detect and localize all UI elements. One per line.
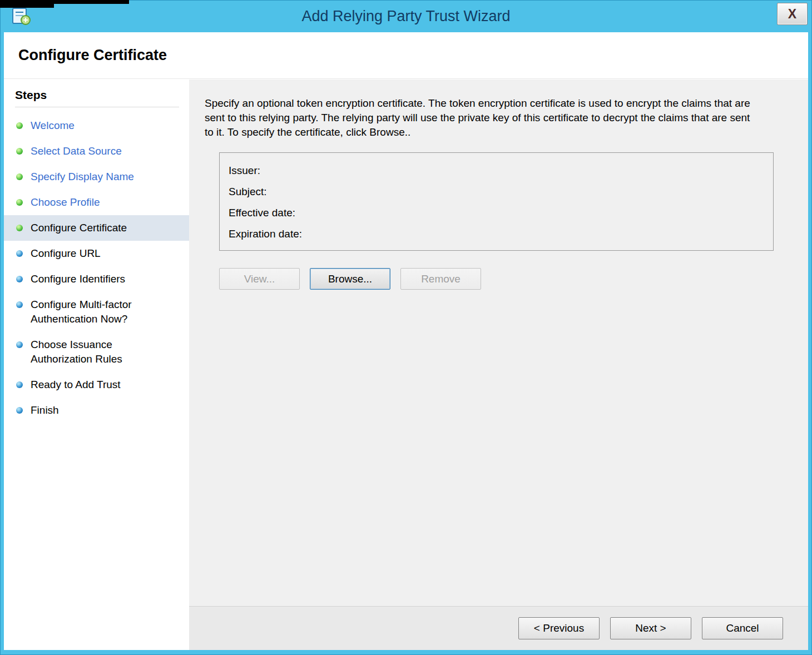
step-status-icon — [16, 122, 23, 129]
step-label: Specify Display Name — [31, 170, 173, 184]
step-status-icon — [16, 381, 23, 388]
step-label: Choose Profile — [31, 195, 173, 210]
certificate-actions: View... Browse... Remove — [219, 268, 793, 290]
remove-button: Remove — [400, 268, 481, 290]
certificate-field-label: Subject: — [229, 181, 267, 202]
step-choose-profile[interactable]: Choose Profile — [4, 190, 189, 215]
certificate-field-expiration-date: Expiration date: — [229, 224, 764, 245]
certificate-field-effective-date: Effective date: — [229, 202, 764, 224]
certificate-summary: Issuer: Subject: Effective date: Ex — [219, 152, 774, 251]
step-status-icon — [16, 148, 23, 155]
window-title: Add Relying Party Trust Wizard — [0, 8, 812, 25]
certificate-field-label: Issuer: — [229, 160, 260, 181]
step-label: Configure URL — [31, 246, 173, 261]
step-status-icon — [16, 250, 23, 257]
step-label: Ready to Add Trust — [31, 378, 173, 392]
certificate-field-subject: Subject: — [229, 181, 764, 202]
step-status-icon — [16, 301, 23, 308]
step-status-icon — [16, 173, 23, 180]
wizard-footer: < Previous Next > Cancel — [189, 606, 808, 650]
certificate-field-label: Expiration date: — [229, 224, 302, 245]
step-status-icon — [16, 407, 23, 414]
step-configure-identifiers: Configure Identifiers — [4, 266, 189, 292]
page-title: Configure Certificate — [18, 47, 167, 64]
step-select-data-source[interactable]: Select Data Source — [4, 138, 189, 164]
wizard-window: Add Relying Party Trust Wizard X Configu… — [0, 0, 812, 655]
step-label: Welcome — [31, 118, 173, 133]
page-description: Specify an optional token encryption cer… — [205, 96, 752, 140]
title-bar: Add Relying Party Trust Wizard X — [0, 0, 812, 32]
step-specify-display-name[interactable]: Specify Display Name — [4, 164, 189, 190]
step-label: Choose Issuance Authorization Rules — [31, 338, 173, 366]
step-configure-certificate: Configure Certificate — [4, 215, 189, 241]
step-label: Configure Multi-factor Authentication No… — [31, 297, 173, 326]
main-pane: Specify an optional token encryption cer… — [189, 80, 808, 650]
step-choose-issuance-rules: Choose Issuance Authorization Rules — [4, 332, 189, 372]
steps-sidebar: Steps Welcome Select Data Source Specify… — [4, 80, 189, 650]
step-finish: Finish — [4, 398, 189, 423]
certificate-field-issuer: Issuer: — [229, 160, 764, 181]
step-label: Select Data Source — [31, 144, 173, 158]
certificate-field-label: Effective date: — [229, 202, 295, 224]
step-welcome[interactable]: Welcome — [4, 113, 189, 138]
cancel-button[interactable]: Cancel — [702, 617, 783, 639]
step-label: Configure Certificate — [31, 221, 173, 235]
step-status-icon — [16, 276, 23, 282]
step-ready-to-add-trust: Ready to Add Trust — [4, 372, 189, 398]
steps-heading: Steps — [15, 88, 179, 107]
step-status-icon — [16, 225, 23, 231]
view-button: View... — [219, 268, 300, 290]
previous-button[interactable]: < Previous — [518, 617, 600, 639]
step-label: Finish — [31, 403, 173, 418]
client-area: Configure Certificate Steps Welcome Sele… — [4, 32, 808, 650]
step-configure-multifactor-auth: Configure Multi-factor Authentication No… — [4, 292, 189, 332]
content-area: Specify an optional token encryption cer… — [189, 80, 808, 606]
step-status-icon — [16, 341, 23, 348]
browse-button[interactable]: Browse... — [310, 268, 390, 290]
step-label: Configure Identifiers — [31, 272, 173, 286]
step-status-icon — [16, 199, 23, 206]
page-header: Configure Certificate — [4, 32, 808, 79]
step-configure-url: Configure URL — [4, 241, 189, 266]
close-button[interactable]: X — [777, 3, 808, 25]
next-button[interactable]: Next > — [610, 617, 691, 639]
steps-list: Welcome Select Data Source Specify Displ… — [4, 113, 189, 423]
